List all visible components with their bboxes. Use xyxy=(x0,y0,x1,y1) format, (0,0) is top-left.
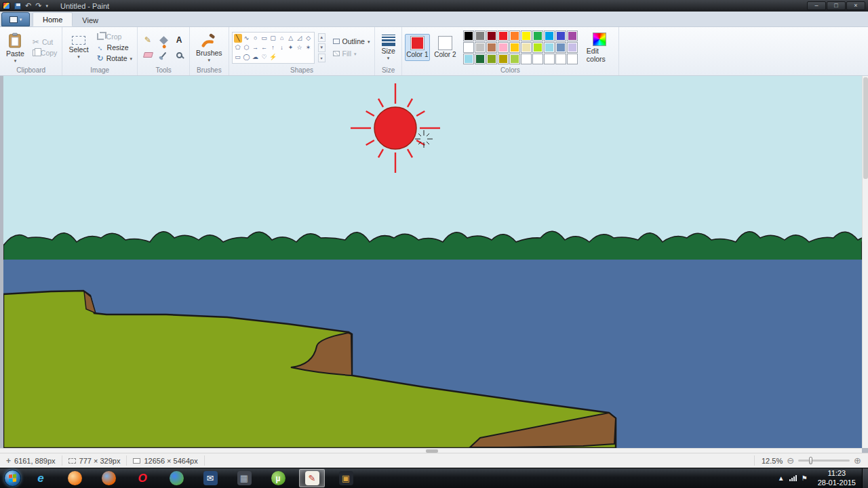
select-button[interactable]: Select ▾ xyxy=(65,35,92,60)
shape-diamond[interactable]: ◇ xyxy=(304,34,313,43)
palette-swatch-25[interactable] xyxy=(521,54,532,64)
palette-swatch-26[interactable] xyxy=(532,54,543,64)
shape-up-arrow[interactable]: ↑ xyxy=(269,43,277,52)
shape-four-point-star[interactable]: ✦ xyxy=(287,43,295,52)
paint-app-icon[interactable] xyxy=(3,2,10,9)
zoom-slider-thumb[interactable] xyxy=(809,457,812,464)
shape-down-arrow[interactable]: ↓ xyxy=(278,43,286,52)
shape-right-triangle[interactable]: ◿ xyxy=(296,34,304,43)
paint-menu-button[interactable]: ▾ xyxy=(1,12,30,26)
taskbar-clock[interactable]: 11:23 28-01-2015 xyxy=(812,469,862,488)
taskbar-image-viewer-button[interactable]: ▣ xyxy=(333,469,359,487)
palette-swatch-23[interactable] xyxy=(498,54,509,64)
minimize-button[interactable]: – xyxy=(807,1,826,10)
taskbar-internet-explorer-button[interactable]: e xyxy=(28,469,54,487)
palette-swatch-12[interactable] xyxy=(486,42,497,53)
zoom-in-button[interactable]: ⊕ xyxy=(854,456,861,465)
palette-swatch-8[interactable] xyxy=(555,30,566,41)
shapes-scroll-up-icon[interactable]: ▲ xyxy=(318,33,326,42)
vertical-scrollbar-thumb[interactable] xyxy=(863,77,868,179)
tab-home[interactable]: Home xyxy=(33,12,73,26)
taskbar-media-player-button[interactable] xyxy=(62,469,87,487)
zoom-out-button[interactable]: ⊖ xyxy=(787,456,794,465)
outline-button[interactable]: Outline ▾ xyxy=(331,37,372,46)
palette-swatch-4[interactable] xyxy=(509,30,520,41)
palette-swatch-20[interactable] xyxy=(463,54,474,64)
qat-dropdown-icon[interactable]: ▾ xyxy=(45,3,48,8)
edit-colors-button[interactable]: Edit colors xyxy=(583,31,616,64)
palette-swatch-0[interactable] xyxy=(463,30,474,41)
vertical-scrollbar[interactable] xyxy=(862,76,868,448)
pencil-tool-button[interactable]: ✎ xyxy=(140,33,155,47)
palette-swatch-27[interactable] xyxy=(544,54,555,64)
rotate-button[interactable]: ↻ Rotate ▾ xyxy=(95,54,135,63)
action-center-icon[interactable]: ⚑ xyxy=(802,474,808,482)
copy-button[interactable]: Copy xyxy=(31,48,60,58)
horizontal-scrollbar[interactable] xyxy=(0,448,862,453)
taskbar-email-client-button[interactable]: ✉ xyxy=(197,469,223,487)
shape-heart[interactable]: ♡ xyxy=(260,53,269,62)
palette-swatch-29[interactable] xyxy=(567,54,578,64)
palette-swatch-5[interactable] xyxy=(521,30,532,41)
shape-left-arrow[interactable]: ← xyxy=(260,43,269,52)
taskbar-utorrent-button[interactable]: µ xyxy=(265,469,291,487)
taskbar-chrome-button[interactable] xyxy=(163,469,189,487)
paint-canvas[interactable] xyxy=(3,76,862,448)
eraser-tool-button[interactable] xyxy=(140,48,155,62)
taskbar-opera-button[interactable]: O xyxy=(130,469,155,487)
palette-swatch-6[interactable] xyxy=(532,30,543,41)
palette-swatch-17[interactable] xyxy=(544,42,555,53)
horizontal-scrollbar-thumb[interactable] xyxy=(426,449,438,453)
palette-swatch-24[interactable] xyxy=(509,54,520,64)
save-icon[interactable] xyxy=(14,3,21,9)
magnifier-tool-button[interactable] xyxy=(172,48,186,62)
show-desktop-button[interactable] xyxy=(862,468,868,488)
taskbar-firefox-button[interactable] xyxy=(96,469,121,487)
palette-swatch-1[interactable] xyxy=(475,30,486,41)
shape-polygon[interactable]: ⌂ xyxy=(278,34,286,43)
start-button[interactable] xyxy=(4,470,21,487)
palette-swatch-28[interactable] xyxy=(555,54,566,64)
shape-curve[interactable]: ∿ xyxy=(243,34,251,43)
palette-swatch-10[interactable] xyxy=(463,42,474,53)
maximize-button[interactable]: □ xyxy=(827,1,846,10)
shape-lightning[interactable]: ⚡ xyxy=(269,53,277,62)
resize-button[interactable]: ↔ Resize xyxy=(95,43,135,52)
brushes-button[interactable]: Brushes ▾ xyxy=(193,32,226,64)
taskbar-paint-button[interactable]: ✎ xyxy=(299,469,325,487)
shape-oval-callout[interactable]: ◯ xyxy=(243,53,251,62)
network-icon[interactable] xyxy=(789,475,797,481)
shape-rounded-rectangle[interactable]: ▢ xyxy=(269,34,277,43)
show-hidden-icons-icon[interactable]: ▲ xyxy=(778,474,785,482)
size-button[interactable]: Size ▾ xyxy=(378,33,398,62)
palette-swatch-14[interactable] xyxy=(509,42,520,53)
palette-swatch-15[interactable] xyxy=(521,42,532,53)
palette-swatch-7[interactable] xyxy=(544,30,555,41)
shape-cloud-callout[interactable]: ☁ xyxy=(252,53,260,62)
fill-with-color-tool-button[interactable] xyxy=(156,33,171,47)
redo-icon[interactable]: ↷ xyxy=(35,2,41,9)
color2-button[interactable]: Color 2 xyxy=(433,34,458,61)
palette-swatch-22[interactable] xyxy=(486,54,497,64)
close-button[interactable]: × xyxy=(846,1,865,10)
tab-view[interactable]: View xyxy=(73,14,108,26)
shape-triangle[interactable]: △ xyxy=(287,34,295,43)
palette-swatch-11[interactable] xyxy=(475,42,486,53)
palette-swatch-3[interactable] xyxy=(498,30,509,41)
text-tool-button[interactable]: A xyxy=(172,33,186,47)
color-picker-tool-button[interactable] xyxy=(156,48,171,62)
palette-swatch-21[interactable] xyxy=(475,54,486,64)
palette-swatch-19[interactable] xyxy=(567,42,578,53)
shape-five-point-star[interactable]: ☆ xyxy=(296,43,304,52)
palette-swatch-16[interactable] xyxy=(532,42,543,53)
fill-button[interactable]: Fill ▾ xyxy=(331,49,372,58)
palette-swatch-2[interactable] xyxy=(486,30,497,41)
shape-rectangle[interactable]: ▭ xyxy=(260,34,269,43)
color1-button[interactable]: Color 1 xyxy=(405,34,430,61)
cut-button[interactable]: ✂ Cut xyxy=(31,37,60,47)
undo-icon[interactable]: ↶ xyxy=(25,2,31,9)
zoom-slider[interactable] xyxy=(798,460,850,462)
crop-button[interactable]: Crop xyxy=(95,32,135,41)
shapes-more-icon[interactable]: ▾ xyxy=(318,54,326,62)
palette-swatch-18[interactable] xyxy=(555,42,566,53)
